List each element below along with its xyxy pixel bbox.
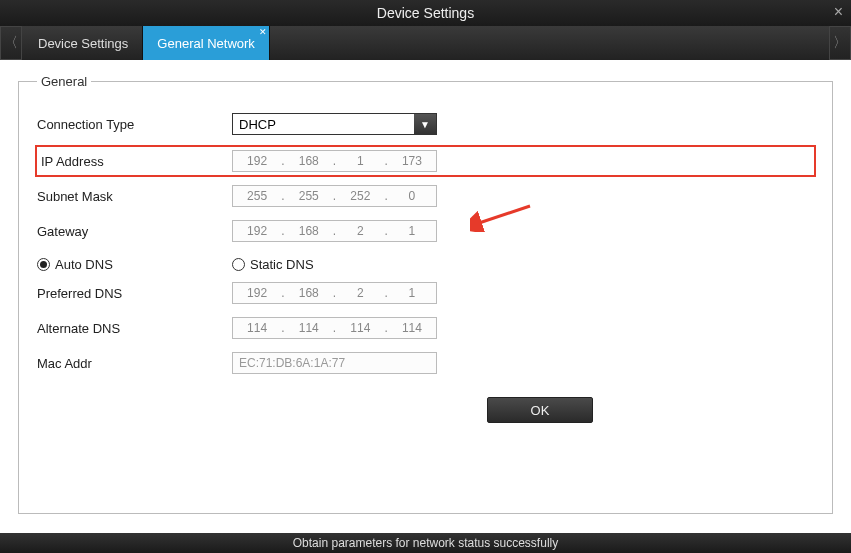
radio-icon	[232, 258, 245, 271]
alternate-dns-input[interactable]: 114. 114. 114. 114	[232, 317, 437, 339]
close-icon[interactable]: ×	[834, 3, 843, 21]
tab-bar: 〈 Device Settings General Network ✕ 〉	[0, 26, 851, 60]
connection-type-select[interactable]: DHCP ▼	[232, 113, 437, 135]
title-bar: Device Settings ×	[0, 0, 851, 26]
label-alternate-dns: Alternate DNS	[37, 321, 232, 336]
radio-icon	[37, 258, 50, 271]
content-area: General Connection Type DHCP ▼ IP Addres…	[0, 60, 851, 533]
ok-label: OK	[531, 403, 550, 418]
label-subnet-mask: Subnet Mask	[37, 189, 232, 204]
ip-octet[interactable]: 168	[285, 224, 333, 238]
ip-octet[interactable]: 252	[336, 189, 384, 203]
gateway-input[interactable]: 192. 168. 2. 1	[232, 220, 437, 242]
auto-dns-label: Auto DNS	[55, 257, 113, 272]
static-dns-radio[interactable]: Static DNS	[232, 257, 314, 272]
chevron-down-icon[interactable]: ▼	[414, 114, 436, 134]
ip-octet[interactable]: 192	[233, 154, 281, 168]
label-mac-addr: Mac Addr	[37, 356, 232, 371]
tab-general-network[interactable]: General Network ✕	[143, 26, 270, 60]
label-ip-address: IP Address	[37, 154, 232, 169]
ip-octet[interactable]: 255	[233, 189, 281, 203]
ok-button[interactable]: OK	[487, 397, 593, 423]
ip-octet[interactable]: 114	[388, 321, 436, 335]
label-preferred-dns: Preferred DNS	[37, 286, 232, 301]
tab-close-icon[interactable]: ✕	[259, 27, 267, 37]
ip-address-input[interactable]: 192. 168. 1. 173	[232, 150, 437, 172]
window-title: Device Settings	[377, 5, 474, 21]
label-gateway: Gateway	[37, 224, 232, 239]
tab-device-settings[interactable]: Device Settings	[24, 26, 143, 60]
ip-octet[interactable]: 2	[336, 224, 384, 238]
auto-dns-radio[interactable]: Auto DNS	[37, 257, 232, 272]
tab-label: General Network	[157, 36, 255, 51]
ip-address-row: IP Address 192. 168. 1. 173	[37, 147, 814, 175]
ip-octet[interactable]: 114	[233, 321, 281, 335]
connection-type-value: DHCP	[233, 117, 414, 132]
ip-octet[interactable]: 255	[285, 189, 333, 203]
general-fieldset: General Connection Type DHCP ▼ IP Addres…	[18, 74, 833, 514]
status-bar: Obtain parameters for network status suc…	[0, 533, 851, 553]
tab-scroll-right-icon[interactable]: 〉	[829, 26, 851, 60]
static-dns-label: Static DNS	[250, 257, 314, 272]
tab-scroll-left-icon[interactable]: 〈	[0, 26, 22, 60]
ip-octet[interactable]: 1	[388, 286, 436, 300]
ip-octet[interactable]: 192	[233, 286, 281, 300]
ip-octet[interactable]: 2	[336, 286, 384, 300]
status-text: Obtain parameters for network status suc…	[293, 536, 558, 550]
fieldset-legend: General	[37, 74, 91, 89]
ip-octet[interactable]: 1	[336, 154, 384, 168]
mac-address-input: EC:71:DB:6A:1A:77	[232, 352, 437, 374]
ip-octet[interactable]: 1	[388, 224, 436, 238]
mac-address-value: EC:71:DB:6A:1A:77	[239, 356, 345, 370]
ip-octet[interactable]: 173	[388, 154, 436, 168]
preferred-dns-input[interactable]: 192. 168. 2. 1	[232, 282, 437, 304]
tab-label: Device Settings	[38, 36, 128, 51]
ip-octet[interactable]: 0	[388, 189, 436, 203]
ip-octet[interactable]: 114	[336, 321, 384, 335]
ip-octet[interactable]: 114	[285, 321, 333, 335]
label-connection-type: Connection Type	[37, 117, 232, 132]
ip-octet[interactable]: 192	[233, 224, 281, 238]
ip-octet[interactable]: 168	[285, 286, 333, 300]
ip-octet[interactable]: 168	[285, 154, 333, 168]
subnet-mask-input[interactable]: 255. 255. 252. 0	[232, 185, 437, 207]
